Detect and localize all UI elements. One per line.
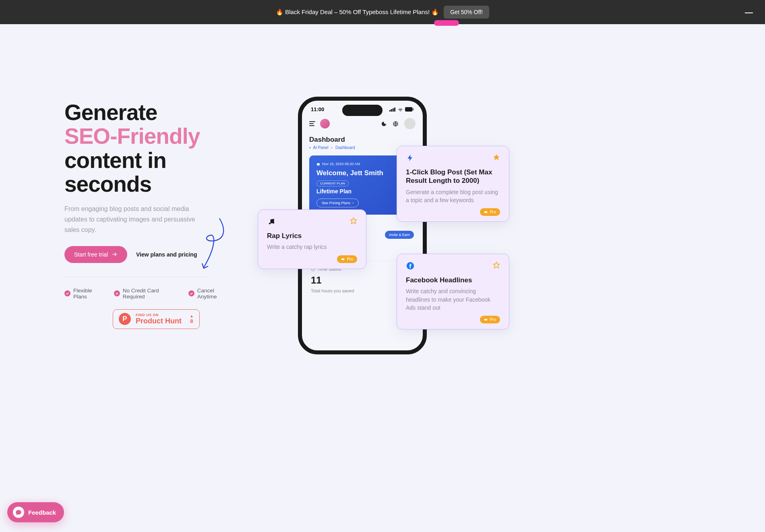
breadcrumb-item[interactable]: Dashboard [335,145,355,150]
sparkle-icon [493,153,500,162]
pro-badge: Pro [480,208,500,216]
feature-label: Flexible Plans [73,288,106,300]
phone-toolbar [302,114,423,133]
chevron-right-icon: › [352,201,354,205]
check-icon [114,290,120,296]
home-icon[interactable]: ▪ [309,145,311,150]
divider [64,277,209,277]
feature-label: No Credit Card Required [123,288,180,300]
hero-title: Generate SEO-Friendly content in seconds [64,101,234,197]
svg-rect-2 [391,109,392,112]
feature-label: Cancel Anytime [197,288,234,300]
hero-section: Generate SEO-Friendly content in seconds… [0,24,765,375]
view-plans-link[interactable]: View plans and pricing [136,251,197,258]
feature-card-blog[interactable]: 1-Click Blog Post (Set Max Result Length… [397,146,509,222]
svg-rect-1 [389,110,391,112]
feature-item: No Credit Card Required [114,288,180,300]
facebook-icon [406,261,415,270]
card-desc: Write a catchy rap lyrics [267,243,357,251]
hero-title-highlight: SEO-Friendly [64,124,200,149]
check-icon [64,290,70,296]
avatar[interactable] [404,118,416,129]
current-plan-label: CURRENT PLAN [316,180,349,186]
product-hunt-badge[interactable]: P FIND US ON Product Hunt ▲ 8 [113,309,200,329]
product-hunt-logo-icon: P [119,313,131,325]
svg-rect-8 [317,163,320,165]
plan-name: Lifetime Plan [316,188,408,195]
card-title: Rap Lyrics [267,232,357,240]
svg-rect-5 [405,107,412,112]
hero-title-line3: content in seconds [64,148,166,197]
star-outline-icon [350,217,357,226]
card-title: Facebook Headlines [406,276,500,284]
globe-icon[interactable] [393,121,399,127]
svg-rect-3 [393,108,394,112]
arrow-right-icon [112,251,118,257]
star-outline-icon [493,261,500,270]
product-hunt-big: Product Hunt [136,317,182,325]
hero-title-line1: Generate [64,100,157,125]
card-title: 1-Click Blog Post (Set Max Result Length… [406,168,500,185]
feature-list: Flexible Plans No Credit Card Required C… [64,288,234,300]
banner-close-button[interactable]: — [741,5,757,19]
start-free-trial-button[interactable]: Start free trial [64,246,127,263]
svg-marker-15 [494,262,500,268]
breadcrumb-item[interactable]: AI Panel [313,145,329,150]
hero-subtitle: From engaging blog posts and social medi… [64,204,209,236]
feature-card-rap[interactable]: Rap Lyrics Write a catchy rap lyrics Pro [258,209,366,269]
card-desc: Write catchy and convincing headlines to… [406,287,500,312]
battery-icon [405,107,414,112]
product-hunt-small: FIND US ON [136,313,182,317]
svg-point-10 [269,223,271,224]
promo-banner: 🔥 Black Friday Deal – 50% Off Typeboss L… [0,0,765,24]
pro-badge: Pro [480,316,500,323]
signal-icon [389,107,396,112]
feature-card-facebook[interactable]: Facebook Headlines Write catchy and conv… [397,254,509,329]
feature-item: Cancel Anytime [188,288,234,300]
product-hunt-votes: 8 [190,318,193,324]
crown-icon [484,318,488,321]
crown-icon [341,257,345,261]
wifi-icon [397,107,403,112]
welcome-title: Welcome, Jett Smith [316,169,408,177]
banner-text: 🔥 Black Friday Deal – 50% Off Typeboss L… [276,8,439,16]
moon-icon[interactable] [381,121,387,127]
invite-earn-button[interactable]: Invite & Earn [385,231,414,239]
svg-marker-13 [494,154,500,160]
svg-rect-4 [394,108,395,112]
calendar-icon [316,162,320,166]
app-logo-icon [320,119,330,128]
check-icon [188,290,194,296]
see-pricing-button[interactable]: See Pricing Plans › [316,199,359,207]
welcome-date: Nov 15, 2024 06:20 AM [316,162,408,166]
phone-notch [342,105,382,116]
pro-badge: Pro [337,255,357,263]
phone-time: 11:00 [311,106,324,112]
svg-rect-6 [413,108,414,111]
banner-cta-button[interactable]: Get 50% Off! [444,6,489,19]
crown-icon [484,210,488,214]
lightning-icon [406,153,415,162]
curved-arrow-icon [201,217,229,270]
feature-item: Flexible Plans [64,288,106,300]
card-desc: Generate a complete blog post using a to… [406,188,500,205]
upvote-arrow-icon: ▲ [190,314,194,318]
page-title: Dashboard [309,136,416,144]
hero-illustration: 11:00 Dashboard [274,101,701,375]
music-icon [267,217,276,226]
start-free-trial-label: Start free trial [74,251,108,258]
menu-icon[interactable] [309,121,315,126]
svg-point-11 [273,222,274,224]
svg-marker-12 [351,218,357,224]
